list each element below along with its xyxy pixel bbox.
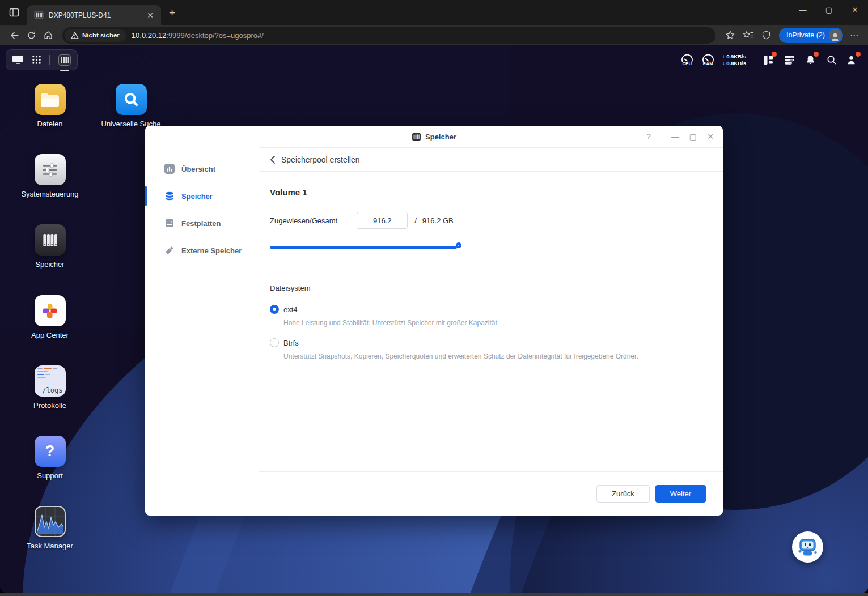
url-host: 10.0.20.12 — [132, 31, 166, 40]
filesystem-option-ext4[interactable]: ext4 — [270, 305, 709, 314]
storage-disks-icon — [164, 191, 175, 201]
global-search-button[interactable] — [824, 53, 838, 67]
allocated-size-input[interactable] — [357, 212, 408, 229]
filesystem-option-name: ext4 — [283, 305, 298, 314]
speicher-dialog: Speicher ? — ▢ ✕ Übersicht — [145, 126, 723, 516]
status-tray: CPU RAM ↑ 0.9KB/s ↓ 0.8KB/s — [680, 49, 859, 70]
open-app-speicher-button[interactable] — [58, 53, 71, 67]
radio-unselected-icon[interactable] — [270, 338, 279, 347]
app-launcher-button[interactable] — [32, 55, 41, 65]
assistant-button[interactable] — [792, 531, 823, 563]
back-button[interactable] — [6, 27, 23, 43]
notifications-button[interactable] — [803, 53, 817, 67]
dialog-maximize-button[interactable]: ▢ — [688, 132, 697, 141]
user-menu-button[interactable] — [845, 53, 859, 67]
nas-favicon — [34, 10, 44, 20]
home-button[interactable] — [40, 27, 57, 43]
inprivate-profile-button[interactable]: InPrivate (2) — [779, 28, 843, 43]
desktop-icon-label: Support — [37, 471, 63, 480]
dialog-help-button[interactable]: ? — [644, 132, 653, 141]
security-chip[interactable]: Nicht sicher — [65, 29, 126, 42]
desktop-icon-support[interactable]: ? Support — [13, 436, 87, 480]
browser-tab[interactable]: DXP480TPLUS-D41 ✕ — [27, 5, 161, 25]
widgets-button[interactable] — [761, 53, 775, 67]
tab-actions-button[interactable] — [6, 4, 23, 21]
next-step-button[interactable]: Weiter — [655, 485, 706, 503]
dialog-app-icon — [412, 132, 421, 142]
dialog-titlebar[interactable]: Speicher ? — ▢ ✕ — [145, 126, 723, 147]
radio-selected-icon[interactable] — [270, 305, 279, 314]
window-maximize-button[interactable]: ▢ — [816, 0, 842, 19]
star-list-icon — [743, 30, 754, 40]
network-speed: ↑ 0.9KB/s ↓ 0.8KB/s — [722, 53, 746, 66]
desktop-icon-dateien[interactable]: Dateien — [13, 84, 87, 128]
desktop-icon-protokolle[interactable]: /logs Protokolle — [13, 365, 87, 410]
desktop-icon-speicher[interactable]: Speicher — [13, 224, 87, 269]
sidebar-item-speicher[interactable]: Speicher — [145, 182, 259, 210]
browser-tab-strip: DXP480TPLUS-D41 ✕ + — ▢ ✕ — [0, 0, 868, 25]
back-step-button[interactable]: Zurück — [596, 485, 650, 503]
slider-handle[interactable] — [456, 242, 461, 248]
sidebar-item-label: Externe Speicher — [181, 246, 242, 255]
desktop-icon-label: Task Manager — [27, 542, 73, 550]
sidebar-item-festplatten[interactable]: Festplatten — [145, 210, 259, 237]
size-slider[interactable] — [270, 242, 457, 253]
total-size-value: 916.2 GB — [422, 216, 454, 225]
desktop-icon-systemsteuerung[interactable]: Systemsteuerung — [13, 154, 87, 198]
nas-desktop: CPU RAM ↑ 0.9KB/s ↓ 0.8KB/s — [0, 45, 868, 596]
address-bar[interactable]: Nicht sicher 10.0.20.12:9999/desktop/?os… — [62, 27, 715, 44]
ram-label: RAM — [703, 61, 713, 66]
favorites-bar-button[interactable] — [739, 27, 757, 43]
ram-monitor[interactable]: RAM — [701, 54, 715, 66]
refresh-icon — [27, 31, 36, 40]
screen: DXP480TPLUS-D41 ✕ + — ▢ ✕ Nicht sicher 1… — [0, 0, 868, 596]
wizard-back-button[interactable] — [270, 155, 276, 164]
desktop-icon-app-center[interactable]: App Center — [13, 295, 87, 339]
sidebar-item-externe-speicher[interactable]: Externe Speicher — [145, 237, 259, 264]
volume-title: Volume 1 — [270, 188, 709, 197]
dialog-close-button[interactable]: ✕ — [706, 132, 715, 141]
refresh-button[interactable] — [23, 27, 40, 43]
star-icon — [725, 30, 735, 40]
desktop-icon-label: Speicher — [35, 260, 64, 269]
favorite-this-page-button[interactable] — [721, 27, 739, 43]
desktop-icon-universelle-suche[interactable]: Universelle Suche — [94, 84, 168, 128]
warning-icon — [71, 32, 79, 39]
desktop-icon-label: Systemsteuerung — [21, 190, 78, 198]
speicher-app-icon — [58, 53, 71, 67]
notification-dot — [856, 52, 861, 57]
tab-close-icon[interactable]: ✕ — [144, 9, 156, 22]
wizard-body: Volume 1 Zugewiesen/Gesamt / 916.2 GB — [259, 172, 723, 471]
sidebar-item-uebersicht[interactable]: Übersicht — [145, 155, 259, 182]
dialog-content: Speicherpool erstellen Volume 1 Zugewies… — [259, 147, 723, 516]
dialog-minimize-button[interactable]: — — [671, 132, 680, 141]
window-close-button[interactable]: ✕ — [842, 0, 868, 19]
device-status-button[interactable] — [782, 53, 796, 67]
active-item-indicator — [145, 186, 147, 206]
desktop-icon — [12, 55, 24, 65]
allocation-row: Zugewiesen/Gesamt / 916.2 GB — [270, 212, 709, 229]
allocation-label: Zugewiesen/Gesamt — [270, 216, 337, 225]
dateien-folder-icon — [35, 84, 66, 115]
filesystem-option-btrfs[interactable]: Btrfs — [270, 338, 709, 347]
allocation-separator: / — [414, 216, 417, 225]
desktop-icon-task-manager[interactable]: Task Manager — [13, 506, 87, 550]
workspaces-icon — [9, 7, 20, 18]
url-text: 10.0.20.12:9999/desktop/?os=ugospro#/ — [132, 31, 264, 40]
browser-menu-button[interactable]: ⋯ — [846, 30, 862, 40]
task-manager-icon — [35, 506, 66, 537]
cpu-label: CPU — [682, 61, 692, 66]
show-desktop-button[interactable] — [12, 55, 24, 65]
dialog-sidebar: Übersicht Speicher Festplatten Externe S… — [145, 147, 259, 516]
app-grid-icon — [32, 55, 41, 65]
chevron-left-icon — [270, 155, 276, 164]
dialog-title: Speicher — [425, 133, 456, 141]
back-arrow-icon — [9, 30, 20, 41]
new-tab-button[interactable]: + — [169, 7, 175, 19]
slider-track[interactable] — [270, 246, 457, 249]
home-icon — [43, 30, 53, 40]
window-minimize-button[interactable]: — — [790, 0, 816, 19]
cpu-monitor[interactable]: CPU — [680, 54, 694, 66]
filesystem-option-description: Unterstützt Snapshots, Kopieren, Speiche… — [283, 352, 709, 360]
browser-essentials-button[interactable] — [757, 27, 776, 43]
